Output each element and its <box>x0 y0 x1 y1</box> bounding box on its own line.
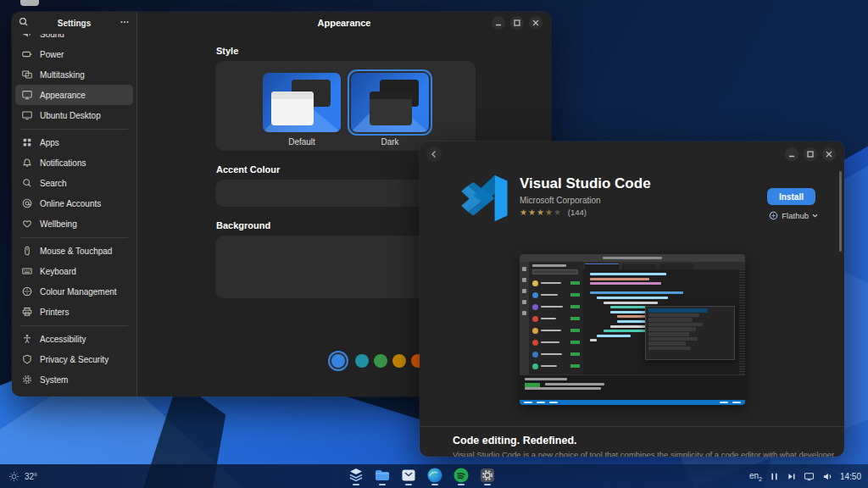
cast-icon[interactable] <box>804 472 815 481</box>
decoration <box>648 337 698 341</box>
sidebar-item-search[interactable]: Search <box>15 173 133 193</box>
close-button[interactable] <box>822 147 836 161</box>
decoration <box>541 294 558 297</box>
sidebar-item-online-accounts[interactable]: Online Accounts <box>15 193 133 214</box>
accessibility-icon <box>21 333 33 345</box>
close-button[interactable] <box>529 16 542 30</box>
language-indicator[interactable]: en2 <box>749 471 762 482</box>
star-icon: ★ <box>520 208 528 217</box>
battery-icon <box>21 48 33 60</box>
decoration <box>532 280 538 286</box>
app-tagline: Code editing. Redefined. <box>453 435 577 446</box>
sidebar-item-printers[interactable]: Printers <box>15 302 133 322</box>
sidebar-item-multitasking[interactable]: Multitasking <box>15 64 133 85</box>
decoration <box>541 365 557 368</box>
dock-mail-icon[interactable] <box>400 467 417 485</box>
star-icon: ★ <box>528 208 537 217</box>
vscode-logo <box>453 169 513 227</box>
sidebar-item-apps[interactable]: Apps <box>15 132 133 152</box>
decoration <box>458 484 465 485</box>
decoration <box>590 339 597 341</box>
decoration <box>400 467 417 484</box>
decoration <box>570 305 580 308</box>
decoration <box>545 383 604 385</box>
decoration <box>525 378 567 380</box>
pause-icon[interactable] <box>770 472 779 481</box>
scrollbar[interactable] <box>839 171 842 252</box>
sidebar-item-accessibility[interactable]: Accessibility <box>15 329 133 349</box>
sidebar-item-keyboard[interactable]: Keyboard <box>15 261 133 281</box>
back-button[interactable] <box>426 147 442 162</box>
search-icon[interactable] <box>19 15 29 30</box>
accent-swatch-green[interactable] <box>374 354 387 368</box>
decoration <box>541 306 563 308</box>
clock[interactable]: 14:50 <box>840 472 861 481</box>
decoration <box>590 282 661 285</box>
decoration <box>590 273 666 275</box>
decoration <box>370 92 412 99</box>
decoration <box>522 300 526 304</box>
sidebar-item-notifications[interactable]: Notifications <box>15 152 133 173</box>
install-button[interactable]: Install <box>767 188 815 205</box>
decoration <box>570 281 580 285</box>
decoration <box>590 291 683 294</box>
decoration <box>525 387 601 390</box>
menu-dots-icon[interactable] <box>120 15 130 30</box>
dock-edge-browser-icon[interactable] <box>426 467 443 485</box>
decoration <box>732 402 741 403</box>
source-label: Flathub <box>782 211 809 220</box>
system-tray: en2 14:50 <box>749 464 861 488</box>
sidebar-item-ubuntu-desktop[interactable]: Ubuntu Desktop <box>15 105 133 125</box>
app-screenshot <box>520 254 745 405</box>
dock-settings-icon[interactable] <box>479 467 496 485</box>
settings-titlebar[interactable]: Appearance <box>137 12 551 34</box>
flathub-icon <box>769 211 778 220</box>
style-option-default[interactable] <box>263 73 341 132</box>
app-title: Visual Studio Code <box>520 175 651 192</box>
dock-task-view-icon[interactable] <box>348 467 364 485</box>
sidebar-separator <box>20 129 128 130</box>
decoration <box>541 341 559 344</box>
style-section-label: Style <box>216 46 238 56</box>
decoration <box>570 317 580 320</box>
sidebar-item-wellbeing[interactable]: Wellbeing <box>15 214 133 234</box>
next-track-icon[interactable] <box>787 472 796 481</box>
app-developer: Microsoft Corporation <box>520 196 601 205</box>
star-icon: ★ <box>537 208 545 217</box>
decoration <box>570 329 580 332</box>
volume-icon[interactable] <box>822 472 832 481</box>
decoration <box>648 308 708 313</box>
source-selector[interactable]: Flathub <box>769 211 818 220</box>
maximize-button[interactable] <box>804 147 817 161</box>
style-option-dark[interactable] <box>351 73 429 132</box>
decoration <box>532 328 538 334</box>
color-wheel-icon <box>21 286 33 297</box>
accent-swatch-yellow[interactable] <box>392 354 406 368</box>
style-option-dark-label: Dark <box>351 137 429 147</box>
accent-swatch-teal[interactable] <box>355 354 369 368</box>
dock-spotify-icon[interactable] <box>453 467 470 485</box>
dock-files-icon[interactable] <box>374 467 391 485</box>
sidebar-item-system[interactable]: System <box>15 369 133 390</box>
decoration <box>376 470 389 480</box>
accent-swatch-blue[interactable] <box>331 354 345 368</box>
decoration <box>720 402 728 403</box>
sidebar-item-colour-management[interactable]: Colour Management <box>15 281 133 302</box>
decoration <box>532 313 580 324</box>
sidebar-item-power[interactable]: Power <box>15 44 133 64</box>
minimize-button[interactable] <box>492 16 505 30</box>
section-divider <box>420 426 844 427</box>
decoration <box>570 293 580 297</box>
decoration <box>520 254 745 262</box>
decoration <box>541 282 561 285</box>
sidebar-item-privacy-security[interactable]: Privacy & Security <box>15 349 133 369</box>
minimize-button[interactable] <box>785 147 798 161</box>
decoration <box>532 363 538 369</box>
sidebar-item-mouse-touchpad[interactable]: Mouse & Touchpad <box>15 241 133 261</box>
desktop: Settings Sound Power Multitasking <box>0 0 868 488</box>
sidebar-item-appearance[interactable]: Appearance <box>15 85 133 105</box>
weather-widget[interactable]: 32° <box>8 464 37 488</box>
maximize-button[interactable] <box>510 16 524 30</box>
app-description: Visual Studio Code is a new choice of to… <box>453 450 834 457</box>
decoration <box>271 92 314 125</box>
